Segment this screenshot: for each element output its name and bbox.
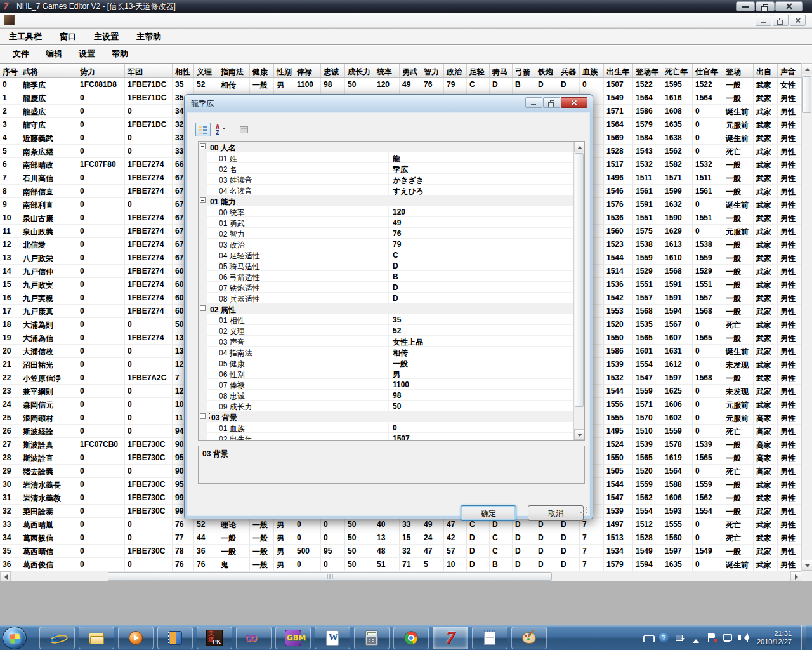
property-row[interactable]: 03 政治79 [199, 239, 573, 249]
property-row[interactable]: 01 姓龍 [199, 152, 573, 163]
show-desktop-button[interactable] [801, 625, 806, 650]
property-row[interactable]: 02 义理52 [199, 325, 573, 336]
column-header-28[interactable]: 声音 [778, 64, 799, 77]
property-value[interactable]: 1507 [389, 433, 573, 441]
table-row[interactable]: 34葛西親信007744一般一般男005013152442DCDDD715131… [0, 531, 801, 545]
property-value[interactable]: 女性上品 [389, 336, 573, 346]
property-row[interactable]: 07 俸禄1100 [199, 379, 573, 390]
restore-button[interactable] [756, 1, 775, 11]
cancel-button[interactable]: 取消 [528, 505, 584, 521]
taskbar-clock[interactable]: 21:31 2010/12/27 [757, 630, 792, 646]
arrow-up-icon[interactable] [691, 633, 701, 643]
property-category[interactable]: 01 能力 [199, 196, 573, 206]
child-restore-button[interactable] [773, 15, 789, 26]
column-header-9[interactable]: 俸禄 [294, 64, 321, 77]
volume-icon[interactable] [738, 633, 749, 643]
column-header-15[interactable]: 政治 [444, 64, 467, 77]
property-category[interactable]: 00 人名 [199, 142, 573, 152]
column-header-18[interactable]: 弓箭 [513, 64, 535, 77]
property-row[interactable]: 05 健康一般 [199, 357, 573, 368]
column-header-17[interactable]: 骑马 [490, 64, 513, 77]
horizontal-scroll-thumb[interactable] [108, 572, 552, 581]
property-row[interactable]: 07 铁炮适性D [199, 282, 573, 293]
taskbar-button-film[interactable] [157, 627, 193, 649]
column-header-13[interactable]: 勇武 [400, 64, 421, 77]
property-row[interactable]: 03 声音女性上品 [199, 336, 573, 347]
taskbar-button-ie[interactable]: e [39, 627, 75, 649]
property-category[interactable]: 03 背景 [199, 411, 573, 422]
start-button[interactable] [3, 627, 27, 649]
property-value[interactable]: 0 [389, 422, 573, 432]
property-value[interactable]: 一般 [389, 357, 573, 368]
property-row[interactable]: 04 名读音すえひろ [199, 185, 573, 196]
minimize-button[interactable] [736, 1, 755, 11]
window-icon[interactable] [675, 633, 685, 643]
column-header-24[interactable]: 死亡年 [662, 64, 693, 77]
column-header-3[interactable]: 军团 [125, 64, 173, 77]
main-menu-item-1[interactable]: 窗口 [60, 31, 76, 43]
property-value[interactable]: 76 [389, 228, 573, 238]
property-row[interactable]: 02 智力76 [199, 228, 573, 239]
column-header-19[interactable]: 铁炮 [535, 64, 558, 77]
dialog-titlebar[interactable]: 龍季広 [185, 95, 593, 112]
categorized-view-button[interactable] [195, 123, 211, 136]
property-category[interactable]: 02 属性 [199, 303, 573, 314]
column-header-23[interactable]: 登场年 [633, 64, 662, 77]
property-value[interactable]: D [389, 260, 573, 270]
keyboard-icon[interactable] [643, 633, 653, 643]
network-icon[interactable] [723, 633, 733, 643]
taskbar-button-chrome[interactable] [393, 627, 429, 649]
main-menu-item-3[interactable]: 主帮助 [136, 31, 161, 43]
column-header-8[interactable]: 性别 [274, 64, 294, 77]
column-header-14[interactable]: 智力 [421, 64, 444, 77]
collapse-icon[interactable] [200, 305, 206, 311]
main-menu-item-2[interactable]: 主设置 [94, 31, 119, 43]
resize-grip[interactable] [580, 506, 587, 514]
taskbar-button-tendou[interactable]: 天道PK [197, 627, 232, 649]
property-row[interactable]: 08 兵器适性D [199, 293, 573, 303]
column-header-11[interactable]: 成长力 [345, 64, 374, 77]
column-header-1[interactable]: 武将 [20, 64, 77, 77]
dialog-minimize-button[interactable] [525, 97, 542, 108]
property-row[interactable]: 09 成长力50 [199, 401, 573, 411]
column-header-16[interactable]: 足轻 [467, 64, 490, 77]
property-row[interactable]: 01 相性35 [199, 314, 573, 325]
table-row[interactable]: 33葛西晴胤007652理论一般男005040334947CDDDD714971… [0, 518, 801, 531]
child-menu-item-3[interactable]: 帮助 [112, 48, 128, 60]
property-value[interactable]: 52 [389, 325, 573, 335]
column-header-0[interactable]: 序号 [0, 64, 20, 77]
taskbar-button-seven[interactable]: 7 [433, 627, 468, 649]
property-row[interactable]: 00 统率120 [199, 206, 573, 217]
taskbar-button-paint[interactable] [511, 627, 547, 649]
column-header-20[interactable]: 兵器 [558, 64, 580, 77]
vertical-scroll-thumb[interactable] [802, 76, 811, 113]
property-value[interactable]: B [389, 271, 573, 281]
column-header-4[interactable]: 相性 [173, 64, 194, 77]
property-value[interactable]: 1100 [389, 379, 573, 389]
property-value[interactable]: かきざき [389, 174, 573, 184]
property-value[interactable]: D [389, 293, 573, 303]
main-menu-item-0[interactable]: 主工具栏 [9, 31, 42, 43]
collapse-icon[interactable] [200, 413, 206, 419]
column-header-27[interactable]: 出自 [754, 64, 778, 77]
property-value[interactable]: 98 [389, 390, 573, 400]
collapse-icon[interactable] [200, 197, 206, 203]
child-menu-item-0[interactable]: 文件 [13, 48, 29, 60]
scroll-down-button[interactable] [802, 560, 812, 571]
table-row[interactable]: 35葛西晴信01FBE730C7836一般一般男500955048324757D… [0, 545, 801, 558]
table-horizontal-scrollbar[interactable] [0, 571, 801, 581]
flag-icon[interactable] [707, 633, 717, 643]
column-header-10[interactable]: 忠诚 [321, 64, 345, 77]
close-button[interactable] [775, 1, 803, 11]
child-close-button[interactable] [790, 15, 806, 26]
property-row[interactable]: 06 弓箭适性B [199, 271, 573, 282]
taskbar-button-wmp[interactable] [118, 627, 154, 649]
scroll-thumb[interactable] [575, 153, 584, 407]
dialog-close-button[interactable] [561, 97, 587, 108]
property-row[interactable]: 04 指南法相传 [199, 347, 573, 357]
alphabetical-sort-button[interactable]: AZ [213, 123, 228, 136]
column-header-25[interactable]: 仕官年 [693, 64, 723, 77]
scroll-down-button[interactable] [574, 429, 585, 440]
property-value[interactable]: 50 [389, 401, 573, 411]
help-icon[interactable] [659, 633, 669, 643]
